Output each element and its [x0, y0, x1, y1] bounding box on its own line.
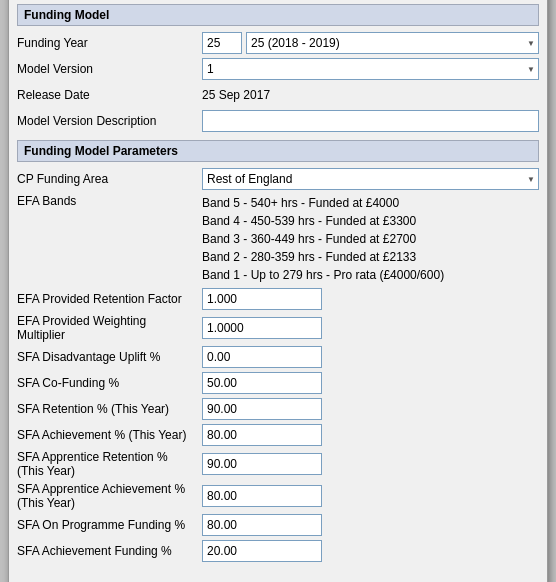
efa-bands-row: EFA Bands Band 5 - 540+ hrs - Funded at …: [17, 194, 539, 284]
efa-band-3: Band 3 - 360-449 hrs - Funded at £2700: [202, 230, 539, 248]
sfa-app-retention-row: SFA Apprentice Retention % (This Year): [17, 450, 539, 478]
sfa-cofunding-row: SFA Co-Funding %: [17, 372, 539, 394]
sfa-app-retention-label: SFA Apprentice Retention % (This Year): [17, 450, 202, 478]
efa-weighting-label: EFA Provided Weighting Multiplier: [17, 314, 202, 342]
sfa-on-programme-row: SFA On Programme Funding %: [17, 514, 539, 536]
efa-bands-value: Band 5 - 540+ hrs - Funded at £4000 Band…: [202, 194, 539, 284]
sfa-cofunding-input[interactable]: [202, 372, 322, 394]
sfa-retention-label: SFA Retention % (This Year): [17, 402, 202, 416]
funding-year-label: Funding Year: [17, 36, 202, 50]
sfa-disadvantage-label: SFA Disadvantage Uplift %: [17, 350, 202, 364]
efa-band-5: Band 5 - 540+ hrs - Funded at £4000: [202, 194, 539, 212]
sfa-app-achievement-row: SFA Apprentice Achievement % (This Year): [17, 482, 539, 510]
funding-year-input[interactable]: [202, 32, 242, 54]
model-version-desc-row: Model Version Description: [17, 110, 539, 132]
model-version-label: Model Version: [17, 62, 202, 76]
efa-band-1: Band 1 - Up to 279 hrs - Pro rata (£4000…: [202, 266, 539, 284]
efa-band-4: Band 4 - 450-539 hrs - Funded at £3300: [202, 212, 539, 230]
efa-band-2: Band 2 - 280-359 hrs - Funded at £2133: [202, 248, 539, 266]
model-version-dropdown-wrapper: 1: [202, 58, 539, 80]
funding-model-params-section: Funding Model Parameters CP Funding Area…: [17, 140, 539, 562]
cp-funding-area-wrapper: Rest of England: [202, 168, 539, 190]
funding-year-controls: 25 (2018 - 2019): [202, 32, 539, 54]
funding-model-section: Funding Model Funding Year 25 (2018 - 20…: [17, 4, 539, 132]
cp-funding-area-label: CP Funding Area: [17, 172, 202, 186]
release-date-label: Release Date: [17, 88, 202, 102]
funding-year-select[interactable]: 25 (2018 - 2019): [246, 32, 539, 54]
funding-model-params-header: Funding Model Parameters: [17, 140, 539, 162]
efa-retention-label: EFA Provided Retention Factor: [17, 292, 202, 306]
model-version-select[interactable]: 1: [202, 58, 539, 80]
sfa-ach-funding-input[interactable]: [202, 540, 322, 562]
efa-weighting-row: EFA Provided Weighting Multiplier: [17, 314, 539, 342]
sfa-retention-input[interactable]: [202, 398, 322, 420]
sfa-achievement-label: SFA Achievement % (This Year): [17, 428, 202, 442]
release-date-value: 25 Sep 2017: [202, 88, 539, 102]
sfa-app-retention-input[interactable]: [202, 453, 322, 475]
cp-funding-area-row: CP Funding Area Rest of England: [17, 168, 539, 190]
sfa-cofunding-label: SFA Co-Funding %: [17, 376, 202, 390]
sfa-app-achievement-input[interactable]: [202, 485, 322, 507]
cp-funding-area-select[interactable]: Rest of England: [202, 168, 539, 190]
buttons-row: OK Cancel: [9, 578, 547, 582]
sfa-disadvantage-input[interactable]: [202, 346, 322, 368]
sfa-disadvantage-row: SFA Disadvantage Uplift %: [17, 346, 539, 368]
sfa-achievement-input[interactable]: [202, 424, 322, 446]
model-version-desc-label: Model Version Description: [17, 114, 202, 128]
sfa-ach-funding-row: SFA Achievement Funding %: [17, 540, 539, 562]
dialog-body: Funding Model Funding Year 25 (2018 - 20…: [9, 0, 547, 578]
funding-year-dropdown-wrapper: 25 (2018 - 2019): [246, 32, 539, 54]
model-version-desc-input[interactable]: [202, 110, 539, 132]
release-date-row: Release Date 25 Sep 2017: [17, 84, 539, 106]
sfa-retention-row: SFA Retention % (This Year): [17, 398, 539, 420]
efa-weighting-input[interactable]: [202, 317, 322, 339]
funding-model-header: Funding Model: [17, 4, 539, 26]
sfa-ach-funding-label: SFA Achievement Funding %: [17, 544, 202, 558]
efa-bands-label: EFA Bands: [17, 194, 202, 208]
sfa-app-achievement-label: SFA Apprentice Achievement % (This Year): [17, 482, 202, 510]
sfa-on-programme-input[interactable]: [202, 514, 322, 536]
model-version-row: Model Version 1: [17, 58, 539, 80]
sfa-achievement-row: SFA Achievement % (This Year): [17, 424, 539, 446]
sfa-on-programme-label: SFA On Programme Funding %: [17, 518, 202, 532]
efa-retention-input[interactable]: [202, 288, 322, 310]
funding-year-row: Funding Year 25 (2018 - 2019): [17, 32, 539, 54]
dialog-window: 🏦 Funding Model Parameters ✕ Funding Mod…: [8, 0, 548, 582]
efa-retention-row: EFA Provided Retention Factor: [17, 288, 539, 310]
